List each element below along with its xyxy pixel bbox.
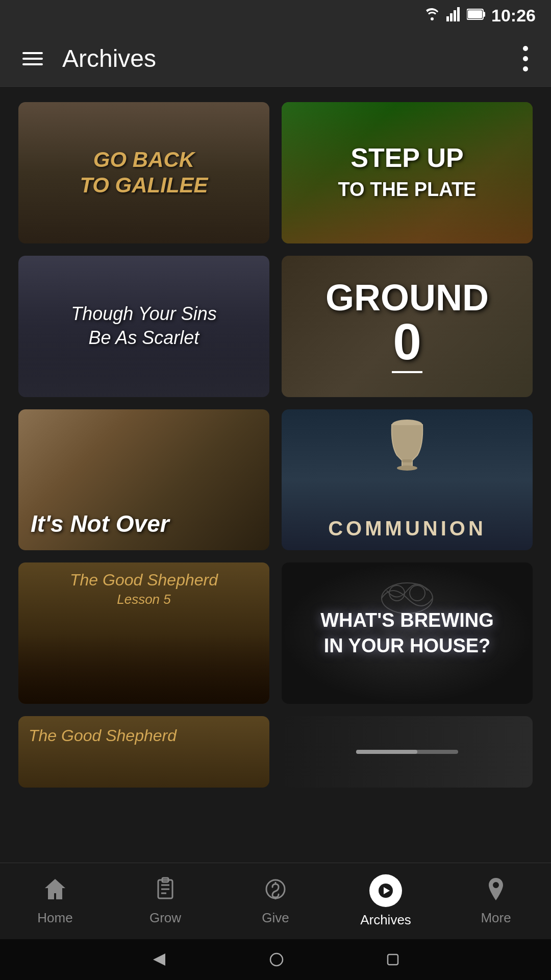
svg-rect-0 bbox=[446, 16, 449, 21]
card-its-not-over[interactable]: It's Not Over bbox=[18, 409, 269, 551]
nav-item-grow[interactable]: Grow bbox=[110, 863, 220, 939]
card-stepup-text: STEP UP TO THE PLATE bbox=[330, 135, 485, 210]
svg-point-11 bbox=[397, 465, 417, 471]
card-shepherd-subtitle: Lesson 5 bbox=[29, 592, 259, 607]
nav-item-archives[interactable]: Archives bbox=[331, 863, 441, 939]
nav-archives-label: Archives bbox=[360, 912, 411, 928]
svg-point-15 bbox=[410, 585, 425, 601]
android-nav-bar bbox=[0, 939, 551, 980]
card-ground-zero[interactable]: GROUND 0 bbox=[282, 256, 533, 397]
svg-marker-26 bbox=[153, 953, 165, 966]
nav-home-label: Home bbox=[37, 910, 72, 926]
svg-rect-3 bbox=[457, 7, 460, 21]
card-galilee-text: GO BACK TO GALILEE bbox=[71, 139, 216, 207]
scroll-indicator bbox=[356, 750, 458, 754]
menu-button[interactable] bbox=[18, 48, 47, 69]
svg-point-7 bbox=[523, 46, 528, 51]
app-header: Archives bbox=[0, 31, 551, 87]
svg-rect-6 bbox=[468, 10, 482, 18]
card-good-shepherd-5[interactable]: The Good Shepherd Lesson 5 bbox=[18, 562, 269, 704]
card-sins-scarlet[interactable]: Though Your Sins Be As Scarlet bbox=[18, 256, 269, 397]
card-notover-text: It's Not Over bbox=[18, 498, 269, 550]
hamburger-line-3 bbox=[22, 63, 43, 65]
svg-rect-12 bbox=[402, 459, 412, 462]
svg-point-27 bbox=[270, 953, 283, 966]
svg-rect-2 bbox=[454, 10, 456, 21]
nav-item-more[interactable]: More bbox=[441, 863, 551, 939]
status-icons: 10:26 bbox=[424, 6, 536, 26]
ground-underline bbox=[392, 371, 422, 373]
card-communion[interactable]: COMMUNION bbox=[282, 409, 533, 551]
nav-give-label: Give bbox=[262, 910, 289, 926]
scroll-placeholder bbox=[282, 716, 533, 788]
card-communion-text: COMMUNION bbox=[328, 517, 486, 540]
signal-icon bbox=[446, 7, 461, 23]
wifi-icon bbox=[424, 7, 440, 23]
bottom-navigation: Home Grow Give bbox=[0, 863, 551, 939]
nav-grow-label: Grow bbox=[149, 910, 181, 926]
card-ground-text: GROUND 0 bbox=[325, 279, 489, 373]
svg-rect-1 bbox=[450, 13, 453, 21]
hamburger-line-2 bbox=[22, 58, 43, 60]
archives-play-icon bbox=[369, 874, 402, 907]
main-content: GO BACK TO GALILEE STEP UP TO THE PLATE … bbox=[0, 87, 551, 920]
svg-rect-28 bbox=[388, 954, 398, 965]
card-sins-text: Though Your Sins Be As Scarlet bbox=[63, 294, 225, 358]
status-bar: 10:26 bbox=[0, 0, 551, 31]
battery-icon bbox=[467, 8, 485, 22]
partial-row: The Good Shepherd bbox=[18, 716, 533, 788]
svg-point-8 bbox=[523, 56, 528, 61]
home-icon bbox=[43, 877, 67, 905]
partial-shepherd-title: The Good Shepherd bbox=[29, 726, 177, 745]
card-shepherd-title: The Good Shepherd bbox=[29, 571, 259, 590]
android-recents-button[interactable] bbox=[386, 952, 400, 967]
give-icon bbox=[263, 877, 288, 905]
nav-item-home[interactable]: Home bbox=[0, 863, 110, 939]
card-good-shepherd-partial[interactable]: The Good Shepherd bbox=[18, 716, 269, 788]
status-time: 10:26 bbox=[491, 6, 536, 26]
card-step-up[interactable]: STEP UP TO THE PLATE bbox=[282, 102, 533, 243]
card-whats-brewing[interactable]: WHAT'S BREWING IN YOUR HOUSE? bbox=[282, 562, 533, 704]
grow-icon bbox=[153, 877, 178, 905]
hamburger-line-1 bbox=[22, 52, 43, 54]
svg-rect-5 bbox=[483, 12, 485, 17]
card-brewing-text: WHAT'S BREWING IN YOUR HOUSE? bbox=[312, 600, 502, 667]
android-home-button[interactable] bbox=[269, 952, 284, 967]
svg-point-14 bbox=[389, 585, 405, 601]
more-options-button[interactable] bbox=[518, 41, 533, 76]
more-location-icon bbox=[485, 877, 507, 905]
card-go-back-galilee[interactable]: GO BACK TO GALILEE bbox=[18, 102, 269, 243]
page-title: Archives bbox=[62, 44, 518, 72]
nav-item-give[interactable]: Give bbox=[220, 863, 331, 939]
svg-point-9 bbox=[523, 66, 528, 71]
nav-more-label: More bbox=[481, 910, 511, 926]
android-back-button[interactable] bbox=[151, 951, 167, 968]
content-grid: GO BACK TO GALILEE STEP UP TO THE PLATE … bbox=[18, 102, 533, 704]
